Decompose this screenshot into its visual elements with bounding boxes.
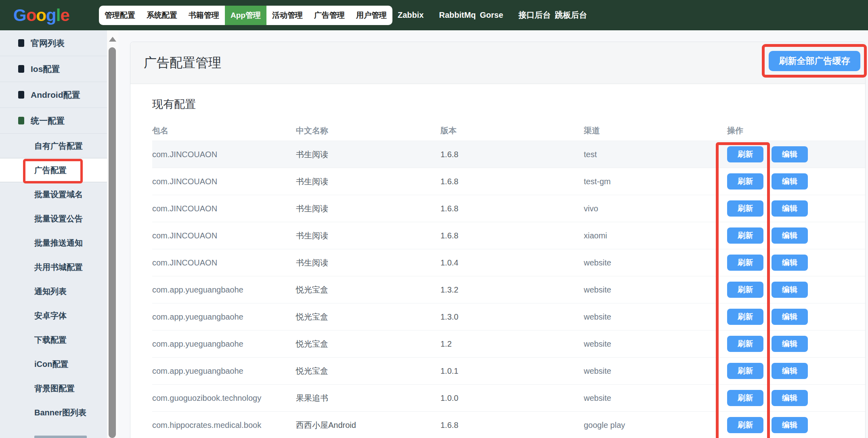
refresh-button[interactable]: 刷新: [727, 173, 763, 190]
sidebar-item-label: 背景图配置: [34, 383, 75, 394]
sidebar-item-partial: [34, 436, 87, 438]
ad-config-panel: 广告配置管理 刷新全部广告缓存 现有配置 包名中文名称版本渠道操作 com.JI…: [130, 42, 866, 438]
edit-button[interactable]: 编辑: [772, 309, 808, 325]
cell-package-name: com.JINCOUAON: [152, 258, 296, 267]
nav-tab[interactable]: 管理配置: [99, 6, 141, 25]
sidebar-item[interactable]: 批量推送通知: [0, 231, 107, 255]
table-row: com.JINCOUAON书生阅读1.6.8vivo刷新编辑: [152, 195, 865, 222]
nav-tab[interactable]: 系统配置: [141, 6, 183, 25]
sidebar-item[interactable]: 共用书城配置: [0, 255, 107, 279]
nav-link[interactable]: 接口后台: [518, 10, 551, 21]
cell-version: 1.0.1: [440, 366, 584, 376]
edit-button[interactable]: 编辑: [772, 255, 808, 271]
sidebar-item[interactable]: Ios配置: [0, 56, 107, 82]
refresh-button[interactable]: 刷新: [727, 282, 763, 298]
edit-button[interactable]: 编辑: [772, 146, 808, 162]
main-content: 广告配置管理 刷新全部广告缓存 现有配置 包名中文名称版本渠道操作 com.JI…: [118, 30, 868, 438]
nav-link[interactable]: Zabbix: [398, 11, 424, 20]
refresh-all-button[interactable]: 刷新全部广告缓存: [769, 51, 860, 71]
refresh-button[interactable]: 刷新: [727, 255, 763, 271]
refresh-button[interactable]: 刷新: [727, 390, 763, 406]
table-row: com.app.yueguangbaohe悦光宝盒1.3.2website刷新编…: [152, 276, 865, 303]
scrollbar-up-arrow-icon[interactable]: [109, 37, 116, 42]
cell-package-name: com.app.yueguangbaohe: [152, 366, 296, 376]
refresh-button[interactable]: 刷新: [727, 146, 763, 162]
nav-link[interactable]: Gorse: [480, 11, 503, 20]
scrollbar-thumb[interactable]: [109, 47, 116, 438]
cell-package-name: com.JINCOUAON: [152, 150, 296, 159]
config-table: 包名中文名称版本渠道操作 com.JINCOUAON书生阅读1.6.8test刷…: [152, 120, 865, 438]
sidebar-item-label: 下载配置: [34, 335, 67, 345]
cell-version: 1.6.8: [440, 150, 584, 159]
edit-button[interactable]: 编辑: [772, 417, 808, 433]
sidebar-item-label: 批量推送通知: [34, 238, 83, 248]
refresh-button[interactable]: 刷新: [727, 200, 763, 217]
nav-link[interactable]: 跳板后台: [555, 10, 587, 21]
google-logo-letter: o: [26, 6, 36, 25]
cell-operations: 刷新编辑: [727, 363, 865, 379]
edit-button[interactable]: 编辑: [772, 336, 808, 352]
nav-tab[interactable]: 活动管理: [266, 6, 308, 25]
cell-package-name: com.hippocrates.medical.book: [152, 421, 296, 430]
table-header-cell: 中文名称: [296, 125, 440, 136]
cell-operations: 刷新编辑: [727, 417, 865, 433]
cell-version: 1.6.8: [440, 177, 584, 186]
edit-button[interactable]: 编辑: [772, 363, 808, 379]
refresh-button[interactable]: 刷新: [727, 336, 763, 352]
refresh-button[interactable]: 刷新: [727, 417, 763, 433]
sidebar-item[interactable]: 自有广告配置: [0, 134, 107, 158]
cell-channel: website: [584, 285, 727, 295]
sidebar-item[interactable]: 统一配置: [0, 108, 107, 134]
cell-channel: website: [584, 339, 727, 349]
edit-button[interactable]: 编辑: [772, 390, 808, 406]
sidebar-item[interactable]: 批量设置公告: [0, 206, 107, 231]
sidebar-scrollbar[interactable]: [107, 30, 118, 438]
sidebar-item[interactable]: 官网列表: [0, 30, 107, 56]
edit-button[interactable]: 编辑: [772, 227, 808, 244]
sidebar-item[interactable]: Banner图列表: [0, 400, 107, 425]
nav-link[interactable]: RabbitMq: [439, 11, 476, 20]
sidebar-item[interactable]: 背景图配置: [0, 376, 107, 400]
table-header-cell: 版本: [440, 125, 584, 136]
nav-tab[interactable]: 书籍管理: [183, 6, 225, 25]
edit-button[interactable]: 编辑: [772, 200, 808, 217]
edit-button[interactable]: 编辑: [772, 282, 808, 298]
sidebar-item-label: 共用书城配置: [34, 262, 83, 273]
cell-version: 1.0.0: [440, 394, 584, 403]
google-logo[interactable]: Google: [13, 0, 69, 30]
cell-package-name: com.JINCOUAON: [152, 177, 296, 186]
sidebar-item-label: 统一配置: [31, 115, 65, 126]
page-title: 广告配置管理: [144, 54, 221, 72]
sidebar-item-label: Ios配置: [31, 63, 60, 75]
sidebar-item[interactable]: 下载配置: [0, 328, 107, 352]
sidebar-item[interactable]: 通知列表: [0, 279, 107, 303]
cell-package-name: com.JINCOUAON: [152, 204, 296, 213]
table-header-cell: 渠道: [584, 125, 727, 136]
sidebar-item[interactable]: 批量设置域名: [0, 182, 107, 206]
nav-tab[interactable]: 用户管理: [350, 6, 392, 25]
cell-chinese-name: 悦光宝盒: [296, 312, 440, 322]
table-header-cell: 操作: [727, 125, 865, 136]
sidebar-item[interactable]: Android配置: [0, 82, 107, 108]
refresh-button[interactable]: 刷新: [727, 363, 763, 379]
google-logo-letter: e: [60, 6, 69, 25]
table-row: com.app.yueguangbaohe悦光宝盒1.0.1website刷新编…: [152, 357, 865, 384]
cell-channel: website: [584, 366, 727, 376]
google-logo-letter: g: [46, 6, 56, 25]
cell-operations: 刷新编辑: [727, 309, 865, 325]
nav-links: ZabbixRabbitMqGorse接口后台跳板后台: [398, 0, 587, 30]
sidebar-item[interactable]: iCon配置: [0, 352, 107, 376]
cell-version: 1.2: [440, 339, 584, 349]
sidebar-item-label: 安卓字体: [34, 310, 67, 321]
nav-tab[interactable]: 广告管理: [308, 6, 350, 25]
sidebar-item[interactable]: 安卓字体: [0, 303, 107, 328]
sidebar-item-label: iCon配置: [34, 359, 68, 370]
cell-channel: xiaomi: [584, 231, 727, 240]
edit-button[interactable]: 编辑: [772, 173, 808, 190]
sidebar-item[interactable]: 广告配置: [0, 158, 107, 182]
refresh-button[interactable]: 刷新: [727, 309, 763, 325]
cell-chinese-name: 书生阅读: [296, 230, 440, 241]
cell-channel: test: [584, 150, 727, 159]
nav-tab-active[interactable]: App管理: [225, 6, 266, 25]
refresh-button[interactable]: 刷新: [727, 227, 763, 244]
